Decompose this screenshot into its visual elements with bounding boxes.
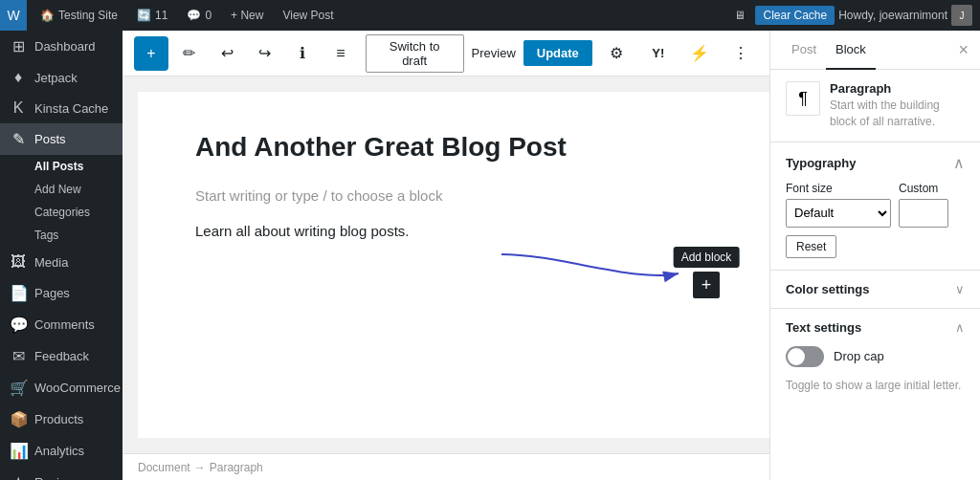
preview-button[interactable]: Preview — [472, 46, 516, 60]
adminbar-right: 🖥 Clear Cache Howdy, joewarnimont J — [728, 0, 972, 31]
sidebar-item-media[interactable]: 🖼 Media — [0, 247, 122, 277]
layout: ⊞ Dashboard ♦ Jetpack K Kinsta Cache ✎ P… — [0, 31, 980, 480]
sidebar-label-jetpack: Jetpack — [34, 71, 78, 85]
editor-main: + ✏ ↩ ↪ ℹ ≡ Switch to draft Preview Upda… — [122, 31, 769, 480]
add-block-area: + Add block — [195, 254, 712, 331]
media-icon: 🖼 — [10, 253, 27, 271]
toolbar-right-actions: Switch to draft Preview Update ⚙ Y! ⚡ ⋮ — [366, 34, 758, 73]
clear-cache-button[interactable]: Clear Cache — [755, 6, 835, 25]
editor-content[interactable]: And Another Great Blog Post Start writin… — [138, 92, 769, 438]
font-size-select[interactable]: Default — [786, 199, 891, 228]
adminbar-new[interactable]: + New — [225, 0, 269, 31]
color-settings-header[interactable]: Color settings ∨ — [770, 270, 980, 308]
color-settings-title: Color settings — [786, 282, 869, 296]
tab-post[interactable]: Post — [782, 31, 826, 70]
undo-button[interactable]: ↩ — [210, 36, 244, 71]
sidebar-item-woocommerce[interactable]: 🛒 WooCommerce — [0, 372, 122, 404]
site-name: Testing Site — [58, 9, 118, 22]
performance-button[interactable]: ⚡ — [682, 36, 716, 71]
sidebar-item-comments[interactable]: 💬 Comments — [0, 309, 122, 340]
howdy-text: Howdy, joewarnimont — [838, 9, 947, 22]
comments-sidebar-icon: 💬 — [10, 316, 27, 334]
home-icon: 🏠 — [40, 9, 55, 22]
editor-toolbar: + ✏ ↩ ↪ ℹ ≡ Switch to draft Preview Upda… — [122, 31, 769, 76]
sidebar-label-kinsta: Kinsta Cache — [34, 101, 108, 116]
adminbar-site[interactable]: 🏠 Testing Site — [34, 0, 123, 31]
sidebar-label-woo: WooCommerce — [34, 381, 121, 395]
sidebar-item-reviews[interactable]: ★ Reviews — [0, 467, 122, 480]
user-avatar: J — [951, 5, 972, 26]
sidebar-sub-all-posts[interactable]: All Posts — [0, 155, 122, 178]
sidebar-sub-categories[interactable]: Categories — [0, 201, 122, 224]
right-panel: Post Block × ¶ Paragraph Start with the … — [769, 31, 980, 480]
block-title: Paragraph — [830, 81, 965, 96]
sidebar-label-products: Products — [34, 412, 83, 426]
sidebar-item-pages[interactable]: 📄 Pages — [0, 277, 122, 309]
sidebar-item-jetpack[interactable]: ♦ Jetpack — [0, 62, 122, 93]
reset-button[interactable]: Reset — [786, 235, 836, 258]
posts-icon: ✎ — [10, 130, 27, 148]
pages-icon: 📄 — [10, 284, 27, 302]
status-arrow: → — [194, 461, 206, 474]
switch-draft-button[interactable]: Switch to draft — [366, 34, 464, 73]
comments-count: 0 — [205, 9, 212, 22]
updates-count: 11 — [155, 9, 167, 22]
adminbar-view-post[interactable]: View Post — [277, 0, 339, 31]
sidebar-sub-tags[interactable]: Tags — [0, 224, 122, 247]
feedback-icon: ✉ — [10, 347, 27, 365]
sidebar-item-feedback[interactable]: ✉ Feedback — [0, 340, 122, 372]
sidebar-label-analytics: Analytics — [34, 444, 84, 458]
info-button[interactable]: ℹ — [286, 36, 321, 71]
update-button[interactable]: Update — [523, 40, 592, 66]
adminbar-updates[interactable]: 🔄 11 — [131, 0, 173, 31]
typography-toggle-icon: ∧ — [953, 154, 965, 172]
products-icon: 📦 — [10, 410, 27, 428]
text-settings-title: Text settings — [786, 320, 861, 335]
adminbar-user[interactable]: Howdy, joewarnimont J — [838, 5, 972, 26]
sidebar-item-posts[interactable]: ✎ Posts — [0, 123, 122, 155]
sidebar-sub-add-new[interactable]: Add New — [0, 178, 122, 201]
sidebar-item-dashboard[interactable]: ⊞ Dashboard — [0, 31, 122, 62]
more-options-button[interactable]: ⋮ — [724, 36, 758, 71]
post-title: And Another Great Blog Post — [195, 130, 712, 164]
sidebar-label-pages: Pages — [34, 286, 70, 300]
custom-size-field: Custom — [899, 182, 948, 228]
custom-label: Custom — [899, 182, 948, 195]
block-description: Start with the building block of all nar… — [830, 98, 965, 130]
editor-placeholder: Start writing or type / to choose a bloc… — [195, 187, 712, 204]
add-block-toolbar-button[interactable]: + — [134, 36, 168, 71]
redo-button[interactable]: ↪ — [248, 36, 282, 71]
tab-block[interactable]: Block — [826, 31, 876, 70]
custom-size-input[interactable] — [899, 199, 948, 228]
pen-button[interactable]: ✏ — [172, 36, 207, 71]
typography-title: Typography — [786, 156, 856, 170]
add-block-inline-button[interactable]: + — [693, 272, 720, 298]
drop-cap-row: Drop cap — [770, 346, 980, 379]
adminbar-comments[interactable]: 💬 0 — [181, 0, 217, 31]
editor-body-text: Learn all about writing blog posts. — [195, 223, 712, 239]
yoast-button[interactable]: Y! — [641, 36, 675, 71]
wp-logo[interactable]: W — [0, 0, 27, 31]
block-info-text: Paragraph Start with the building block … — [830, 81, 965, 130]
sidebar-item-products[interactable]: 📦 Products — [0, 404, 122, 435]
sidebar-item-kinsta[interactable]: K Kinsta Cache — [0, 93, 122, 123]
drop-cap-toggle[interactable] — [786, 346, 824, 367]
list-view-button[interactable]: ≡ — [323, 36, 358, 71]
settings-button[interactable]: ⚙ — [600, 36, 634, 71]
typography-section-header[interactable]: Typography ∧ — [786, 154, 965, 172]
text-settings-toggle-icon: ∧ — [955, 320, 965, 335]
dashboard-icon: ⊞ — [10, 37, 27, 55]
sidebar-label-media: Media — [34, 255, 68, 270]
sidebar-label-dashboard: Dashboard — [34, 39, 96, 54]
sidebar-label-posts: Posts — [34, 132, 66, 146]
color-settings-toggle-icon: ∨ — [955, 282, 965, 296]
woo-icon: 🛒 — [10, 379, 27, 397]
text-settings-header[interactable]: Text settings ∧ — [770, 308, 980, 346]
adminbar-monitoring[interactable]: 🖥 — [728, 0, 751, 31]
sidebar-label-reviews: Reviews — [34, 475, 81, 480]
block-info-header: ¶ Paragraph Start with the building bloc… — [770, 70, 980, 142]
sidebar-item-analytics[interactable]: 📊 Analytics — [0, 435, 122, 467]
panel-tabs: Post Block × — [770, 31, 980, 70]
panel-close-button[interactable]: × — [958, 40, 969, 60]
updates-icon: 🔄 — [137, 9, 151, 22]
